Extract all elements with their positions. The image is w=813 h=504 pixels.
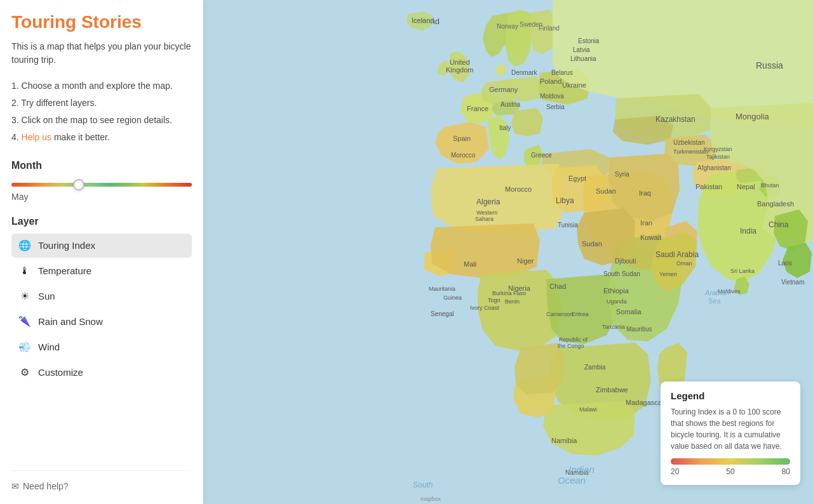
svg-text:Zambia: Zambia — [584, 364, 606, 371]
svg-text:Tunisia: Tunisia — [558, 222, 578, 229]
svg-text:Serbia: Serbia — [546, 103, 565, 110]
svg-text:Bhutan: Bhutan — [761, 182, 779, 189]
layer-list: 🌐 Touring Index 🌡 Temperature ☀ Sun 🌂 Ra… — [11, 234, 192, 385]
svg-text:Libya: Libya — [556, 196, 574, 205]
svg-text:Iran: Iran — [640, 219, 652, 227]
svg-text:Djibouti: Djibouti — [615, 258, 636, 265]
month-section: Month May — [11, 160, 192, 202]
month-slider[interactable] — [11, 183, 192, 187]
layer-label-rain-snow: Rain and Snow — [38, 316, 103, 327]
layer-item-rain-snow[interactable]: 🌂 Rain and Snow — [11, 310, 192, 334]
svg-text:Kyrgyzstan: Kyrgyzstan — [704, 146, 732, 152]
svg-text:Mauritania: Mauritania — [429, 286, 455, 292]
month-label: Month — [11, 160, 192, 171]
month-slider-container — [11, 178, 192, 189]
touring-index-icon: 🌐 — [18, 239, 32, 253]
svg-text:France: France — [467, 105, 488, 112]
legend-min: 20 — [671, 467, 679, 476]
svg-text:Pakistan: Pakistan — [695, 183, 722, 190]
svg-text:mapbox: mapbox — [420, 496, 441, 502]
svg-text:Austria: Austria — [501, 101, 521, 108]
svg-text:Iceland: Iceland — [412, 17, 434, 24]
svg-text:Madagascar: Madagascar — [626, 399, 664, 406]
legend-title: Legend — [671, 390, 790, 401]
svg-text:Oman: Oman — [676, 260, 692, 267]
svg-text:Uganda: Uganda — [607, 298, 627, 305]
layer-item-sun[interactable]: ☀ Sun — [11, 284, 192, 308]
svg-text:India: India — [740, 227, 756, 235]
svg-text:United: United — [450, 58, 470, 66]
svg-text:Russia: Russia — [756, 60, 783, 70]
layer-label-wind: Wind — [38, 342, 60, 352]
svg-text:Afghanistan: Afghanistan — [697, 164, 731, 171]
svg-text:Arabian: Arabian — [704, 289, 729, 296]
svg-text:Mauritius: Mauritius — [626, 326, 652, 333]
svg-text:Guinea: Guinea — [443, 295, 462, 301]
svg-text:Ukraine: Ukraine — [562, 81, 586, 89]
map-area[interactable]: Norway Sweden Finland Estonia Latvia Lit… — [203, 0, 813, 504]
svg-text:Ivory Coast: Ivory Coast — [470, 305, 499, 311]
legend-max: 80 — [782, 467, 790, 476]
svg-text:Iraq: Iraq — [639, 189, 651, 197]
svg-text:Eritrea: Eritrea — [572, 311, 589, 317]
svg-text:Greece: Greece — [531, 152, 552, 159]
svg-text:South: South — [413, 481, 433, 489]
svg-text:Chad: Chad — [549, 282, 566, 290]
customize-icon: ⚙ — [18, 366, 32, 380]
svg-text:Malawi: Malawi — [579, 406, 597, 413]
svg-text:Indian: Indian — [568, 464, 595, 475]
svg-text:Sudan: Sudan — [596, 187, 616, 195]
layer-item-temperature[interactable]: 🌡 Temperature — [11, 259, 192, 283]
month-value: May — [11, 192, 192, 202]
svg-text:South Sudan: South Sudan — [603, 270, 640, 277]
svg-text:Mali: Mali — [464, 260, 476, 268]
svg-text:Vietnam: Vietnam — [781, 279, 805, 286]
instructions-list: Choose a month and explore the map. Try … — [11, 78, 192, 147]
svg-text:Syria: Syria — [615, 171, 629, 178]
layer-item-wind[interactable]: 💨 Wind — [11, 335, 192, 359]
layer-item-customize[interactable]: ⚙ Customize — [11, 361, 192, 385]
instruction-1: Choose a month and explore the map. — [11, 78, 192, 94]
svg-text:the Congo: the Congo — [558, 343, 584, 349]
layer-item-touring-index[interactable]: 🌐 Touring Index — [11, 234, 192, 258]
sun-icon: ☀ — [18, 289, 32, 303]
svg-text:Turkmenistan: Turkmenistan — [673, 149, 708, 155]
svg-text:Finland: Finland — [539, 25, 560, 32]
svg-text:Moldova: Moldova — [540, 93, 564, 100]
svg-text:Togo: Togo — [488, 297, 501, 303]
svg-text:Yemen: Yemen — [659, 271, 677, 277]
svg-text:Germany: Germany — [489, 86, 518, 93]
wind-icon: 💨 — [18, 340, 32, 354]
legend-box: Legend Touring Index is a 0 to 100 score… — [661, 381, 800, 485]
layer-label-customize: Customize — [38, 367, 83, 378]
need-help[interactable]: ✉ Need help? — [11, 470, 192, 491]
svg-text:Benin: Benin — [505, 298, 520, 305]
svg-text:China: China — [769, 220, 789, 229]
svg-text:Zimbabwe: Zimbabwe — [596, 386, 628, 394]
svg-text:Norway: Norway — [497, 23, 518, 30]
svg-text:Niger: Niger — [517, 257, 534, 265]
layer-label-sun: Sun — [38, 291, 55, 302]
svg-text:Sahara: Sahara — [475, 216, 494, 222]
svg-text:Tanzania: Tanzania — [602, 324, 625, 330]
svg-text:Cameroon: Cameroon — [546, 311, 573, 317]
svg-text:Mongolia: Mongolia — [736, 112, 770, 121]
email-icon: ✉ — [11, 481, 19, 491]
svg-text:Kazakhstan: Kazakhstan — [655, 115, 695, 124]
svg-text:Uzbekistan: Uzbekistan — [673, 139, 704, 146]
legend-gradient — [671, 458, 790, 465]
svg-text:Lithuania: Lithuania — [570, 55, 596, 62]
svg-text:Nepal: Nepal — [737, 183, 755, 190]
app-description: This is a map that helps you plan your b… — [11, 40, 192, 67]
temperature-icon: 🌡 — [18, 264, 32, 278]
svg-text:Egypt: Egypt — [568, 175, 586, 182]
svg-text:Algeria: Algeria — [476, 197, 501, 206]
svg-text:Belarus: Belarus — [551, 69, 573, 76]
help-link[interactable]: Help us — [22, 132, 51, 142]
svg-text:Sudan: Sudan — [582, 240, 602, 248]
svg-text:Denmark: Denmark — [511, 69, 538, 76]
svg-text:Tajikistan: Tajikistan — [706, 154, 730, 160]
app-title: Touring Stories — [11, 13, 192, 32]
svg-text:Morocco: Morocco — [451, 152, 476, 159]
svg-text:Saudi Arabia: Saudi Arabia — [655, 250, 699, 259]
